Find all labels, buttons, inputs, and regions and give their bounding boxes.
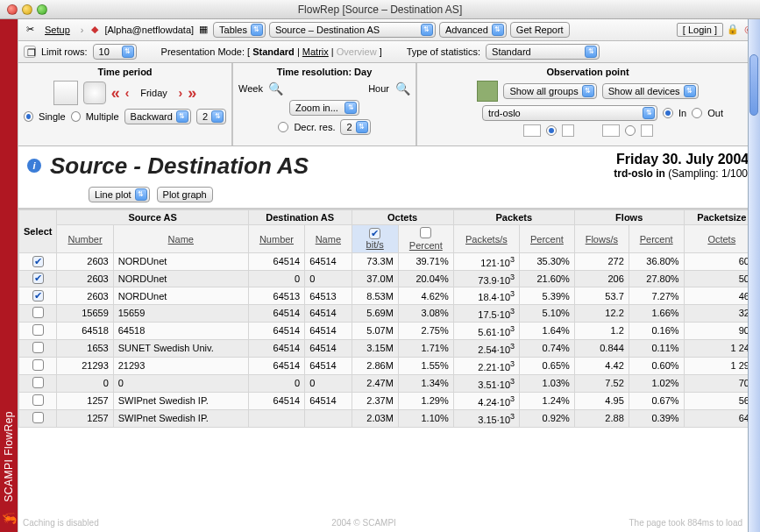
- flows-fps: 12.2: [574, 304, 629, 322]
- sort-src-number[interactable]: Number: [57, 225, 113, 253]
- sort-bits[interactable]: ✔bit/s: [352, 225, 398, 253]
- col-packets: Packets: [453, 210, 574, 225]
- next-arrow[interactable]: ›: [179, 86, 183, 100]
- row-checkbox[interactable]: ✔: [32, 273, 44, 284]
- flows-pct: 1.66%: [629, 304, 684, 322]
- vertical-scrollbar[interactable]: [748, 19, 760, 532]
- footer-center: 2004 © SCAMPI: [99, 518, 629, 532]
- table-row: ✔2603NORDUnet645146451473.3M39.71%121·10…: [19, 253, 760, 271]
- dst-number: 64514: [248, 322, 304, 339]
- dst-name: 64514: [305, 392, 352, 409]
- src-name: 0: [113, 374, 248, 392]
- zoom-in-icon[interactable]: 🔍: [394, 81, 410, 96]
- dst-number: 64514: [248, 357, 304, 374]
- view-icon-4[interactable]: [641, 124, 653, 137]
- zoom-select[interactable]: Zoom in...⇅: [289, 100, 359, 116]
- decr-count-select[interactable]: 2⇅: [340, 119, 370, 135]
- flows-pct: 27.80%: [629, 270, 684, 287]
- decr-res-radio[interactable]: [278, 122, 288, 132]
- plot-type-select[interactable]: Line plot⇅: [89, 187, 150, 202]
- sort-dst-number[interactable]: Number: [248, 225, 304, 253]
- row-checkbox[interactable]: [32, 359, 44, 371]
- setup-link[interactable]: Setup: [39, 22, 75, 38]
- flows-pct: 1.02%: [629, 374, 684, 392]
- dst-name: 64514: [305, 322, 352, 339]
- view-radio-2[interactable]: [625, 125, 636, 136]
- octets-pct: 1.34%: [398, 374, 453, 392]
- flows-fps: 272: [574, 253, 629, 271]
- info-icon[interactable]: i: [27, 159, 41, 173]
- prev-big-arrow[interactable]: «: [111, 84, 120, 103]
- lock-icon[interactable]: 🔒: [727, 24, 739, 36]
- packets-pct: 1.24%: [520, 392, 575, 409]
- next-big-arrow[interactable]: »: [188, 84, 196, 103]
- devices-select[interactable]: Show all devices⇅: [602, 83, 699, 99]
- chevron-right-icon: ›: [81, 25, 84, 35]
- view-icon-3[interactable]: [602, 124, 620, 137]
- flows-pct: 0.39%: [629, 409, 684, 427]
- multiple-radio[interactable]: [71, 111, 81, 122]
- host-label: [Alpha@netflowdata]: [104, 25, 194, 35]
- copy-icon[interactable]: ❐: [24, 46, 36, 58]
- packets-pct: 0.65%: [520, 357, 575, 374]
- view-select[interactable]: Source – Destination AS⇅: [269, 22, 436, 38]
- tables-select[interactable]: Tables⇅: [213, 22, 266, 38]
- sort-oct-percent[interactable]: Percent: [398, 225, 453, 253]
- report-subtitle: trd-oslo in (Sampling: 1/100): [614, 167, 751, 180]
- view-icon-1[interactable]: [523, 124, 541, 137]
- in-radio[interactable]: [663, 108, 673, 118]
- side-tab[interactable]: SCAMPI FlowRep 🦐: [0, 19, 18, 532]
- sort-pps[interactable]: Packets/s: [453, 225, 519, 253]
- chip-icon: [477, 81, 498, 102]
- scrollbar-thumb[interactable]: [749, 54, 758, 116]
- table-row: 1257SWIPnet Swedish IP.64514645142.37M1.…: [19, 392, 760, 409]
- sort-flw-percent[interactable]: Percent: [629, 225, 684, 253]
- octets-bits: 73.3M: [352, 253, 398, 271]
- octets-pct: 2.75%: [398, 322, 453, 339]
- row-checkbox[interactable]: [32, 324, 44, 336]
- row-checkbox[interactable]: ✔: [32, 290, 44, 301]
- view-radio-1[interactable]: [546, 125, 557, 136]
- sort-pkt-percent[interactable]: Percent: [520, 225, 575, 253]
- dst-number: 64514: [248, 392, 304, 409]
- direction-select[interactable]: Backward⇅: [124, 109, 191, 124]
- zoom-out-icon[interactable]: 🔍: [268, 81, 284, 96]
- calendar-icon[interactable]: [53, 81, 78, 105]
- pmode-matrix[interactable]: Matrix: [302, 46, 329, 57]
- row-checkbox[interactable]: ✔: [32, 256, 44, 267]
- time-period-value: Friday: [135, 88, 174, 98]
- row-checkbox[interactable]: [32, 342, 44, 353]
- sort-uncheck-icon: [420, 227, 431, 238]
- interface-select[interactable]: trd-oslo⇅: [482, 105, 657, 121]
- prev-arrow[interactable]: ‹: [125, 86, 130, 100]
- pmode-standard[interactable]: Standard: [252, 46, 295, 57]
- sort-fps[interactable]: Flows/s: [574, 225, 629, 253]
- shrimp-icon: 🦐: [2, 511, 17, 532]
- src-number: 0: [57, 374, 113, 392]
- get-report-button[interactable]: Get Report: [510, 22, 570, 38]
- stats-select[interactable]: Standard⇅: [486, 44, 600, 60]
- packets-pps: 73.9·103: [453, 270, 519, 287]
- login-button[interactable]: [ Login ]: [677, 23, 723, 37]
- plot-graph-button[interactable]: Plot graph: [157, 187, 213, 202]
- count-select[interactable]: 2⇅: [196, 109, 226, 124]
- row-checkbox[interactable]: [32, 307, 44, 318]
- row-checkbox[interactable]: [32, 377, 44, 388]
- tools-icon: ✂: [24, 24, 36, 36]
- flows-pct: 36.80%: [629, 253, 684, 271]
- out-radio[interactable]: [692, 108, 702, 118]
- packets-pct: 21.60%: [520, 270, 575, 287]
- dst-name: 64514: [305, 253, 352, 271]
- sort-dst-name[interactable]: Name: [305, 225, 352, 253]
- data-table: Select Source AS Destination AS Octets P…: [18, 209, 760, 428]
- single-radio[interactable]: [24, 111, 33, 122]
- sort-src-name[interactable]: Name: [113, 225, 248, 253]
- dst-name: 64513: [305, 287, 352, 305]
- limit-rows-select[interactable]: 10⇅: [93, 44, 137, 60]
- advanced-select[interactable]: Advanced⇅: [439, 22, 507, 38]
- view-icon-2[interactable]: [562, 124, 574, 137]
- row-checkbox[interactable]: [32, 394, 44, 406]
- row-checkbox[interactable]: [32, 412, 44, 423]
- clock-icon[interactable]: [83, 82, 106, 104]
- groups-select[interactable]: Show all groups⇅: [503, 83, 596, 99]
